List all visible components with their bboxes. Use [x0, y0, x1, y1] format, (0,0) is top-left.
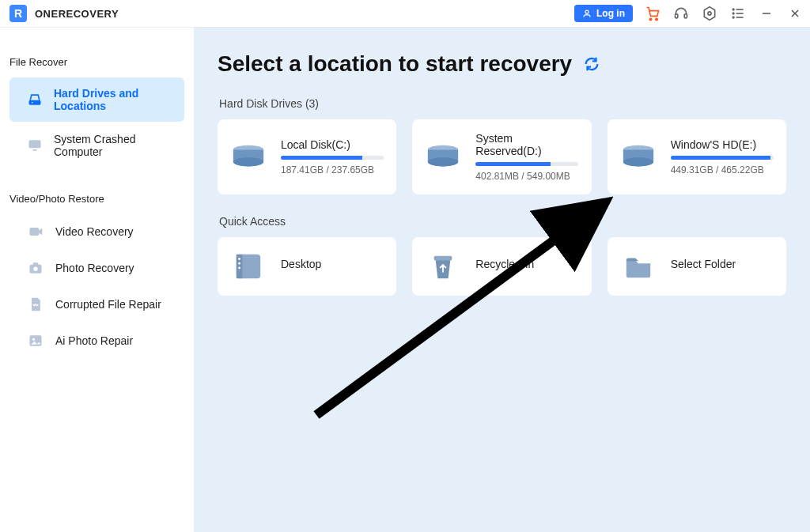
sidebar-item-label: Hard Drives and Locations [54, 87, 175, 112]
drive-usage: 187.41GB / 237.65GB [281, 164, 385, 175]
file-broken-icon [27, 296, 44, 312]
svg-rect-36 [434, 256, 452, 261]
page-title: Select a location to start recovery [218, 51, 572, 77]
login-button[interactable]: Log in [574, 5, 633, 22]
drive-progress [671, 156, 774, 160]
sidebar-section-media: Video/Photo Restore [0, 187, 194, 213]
svg-rect-17 [29, 140, 41, 148]
quick-name: Select Folder [671, 258, 775, 270]
refresh-button[interactable] [583, 55, 600, 73]
title-actions: Log in [574, 5, 804, 22]
sidebar-item-aiphoto[interactable]: Ai Photo Repair [9, 323, 184, 358]
sidebar-item-photo[interactable]: Photo Recovery [9, 251, 184, 285]
brand: R ONERECOVERY [9, 5, 119, 22]
drive-progress [281, 156, 384, 160]
svg-point-2 [656, 18, 658, 21]
quick-name: Recycle Bin [475, 258, 580, 270]
svg-point-1 [649, 18, 652, 21]
quick-name: Desktop [281, 258, 385, 270]
drive-name: Window'S HD(E:) [671, 138, 775, 151]
sidebar-item-label: Video Recovery [55, 225, 134, 238]
drive-cards-row: Local Disk(C:) 187.41GB / 237.65GB Syste… [218, 119, 786, 194]
folder-icon [619, 250, 658, 283]
svg-point-35 [238, 266, 240, 269]
sidebar: File Recover Hard Drives and Locations S… [0, 27, 194, 532]
sidebar-item-label: Corrupted File Repair [55, 298, 161, 311]
drive-progress [475, 162, 578, 166]
page-title-row: Select a location to start recovery [218, 51, 786, 77]
svg-point-34 [238, 262, 240, 265]
drive-card-e[interactable]: Window'S HD(E:) 449.31GB / 465.22GB [608, 119, 786, 194]
drive-name: Local Disk(C:) [281, 138, 385, 151]
svg-rect-15 [29, 100, 41, 105]
quick-folder-card[interactable]: Select Folder [608, 237, 786, 296]
sidebar-item-crashed[interactable]: System Crashed Computer [9, 123, 184, 168]
main-pane: Select a location to start recovery Hard… [194, 27, 810, 532]
drive-fill-d [475, 162, 551, 166]
section-quick-label: Quick Access [219, 215, 785, 228]
section-drives-label: Hard Disk Drives (3) [219, 97, 785, 110]
sidebar-item-video[interactable]: Video Recovery [9, 214, 184, 249]
sidebar-item-hard-drives[interactable]: Hard Drives and Locations [9, 77, 184, 122]
svg-rect-19 [30, 228, 40, 236]
menu-list-icon[interactable] [729, 5, 747, 22]
card-body: Window'S HD(E:) 449.31GB / 465.22GB [671, 138, 775, 175]
card-body: Local Disk(C:) 187.41GB / 237.65GB [281, 138, 385, 175]
drive-fill-e [671, 156, 770, 160]
hard-drive-icon [229, 141, 268, 174]
drive-usage: 402.81MB / 549.00MB [475, 171, 580, 182]
brand-name: ONERECOVERY [35, 8, 119, 20]
svg-point-21 [33, 267, 37, 271]
drive-card-d[interactable]: System Reserved(D:) 402.81MB / 549.00MB [412, 119, 591, 194]
drive-fill-c [281, 156, 362, 160]
drive-usage: 449.31GB / 465.22GB [671, 164, 775, 175]
svg-rect-4 [684, 14, 687, 18]
svg-point-5 [708, 12, 711, 15]
svg-rect-3 [676, 14, 678, 18]
title-bar: R ONERECOVERY Log in [0, 0, 810, 27]
drive-name: System Reserved(D:) [475, 132, 580, 157]
window-close-button[interactable] [786, 5, 804, 22]
brand-logo-icon: R [9, 5, 27, 22]
camera-icon [27, 260, 44, 276]
svg-point-8 [732, 13, 734, 14]
cart-icon[interactable] [644, 5, 661, 22]
svg-point-33 [238, 258, 240, 260]
drive-icon [27, 92, 43, 108]
desktop-icon [229, 250, 268, 283]
svg-point-6 [732, 9, 734, 10]
svg-rect-18 [33, 149, 37, 151]
login-label: Log in [596, 8, 625, 19]
sidebar-item-label: Ai Photo Repair [55, 334, 133, 347]
quick-desktop-card[interactable]: Desktop [218, 237, 396, 296]
hex-settings-icon[interactable] [701, 5, 718, 22]
card-body: System Reserved(D:) 402.81MB / 549.00MB [475, 132, 580, 182]
svg-point-30 [623, 157, 653, 167]
video-icon [27, 224, 44, 240]
computer-icon [27, 138, 43, 153]
svg-point-26 [233, 157, 263, 167]
quick-access-row: Desktop Recycle Bin Select Folder [218, 237, 786, 296]
sidebar-item-label: Photo Recovery [55, 262, 134, 274]
recycle-bin-icon [423, 250, 463, 283]
svg-point-0 [585, 10, 589, 13]
drive-card-c[interactable]: Local Disk(C:) 187.41GB / 237.65GB [218, 119, 396, 194]
sidebar-item-corrupt[interactable]: Corrupted File Repair [9, 287, 184, 322]
svg-point-28 [428, 157, 458, 167]
hard-drive-icon [619, 141, 658, 174]
window-minimize-button[interactable] [758, 5, 775, 22]
hard-drive-icon [423, 141, 463, 174]
svg-point-16 [32, 102, 33, 104]
svg-rect-22 [33, 262, 39, 265]
sidebar-section-file: File Recover [0, 50, 194, 76]
headset-icon[interactable] [672, 5, 690, 22]
sidebar-item-label: System Crashed Computer [54, 133, 175, 158]
svg-point-10 [732, 17, 734, 18]
svg-point-24 [32, 338, 35, 341]
brand-logo-text: R [14, 7, 22, 20]
ai-photo-icon [27, 333, 44, 349]
quick-recycle-card[interactable]: Recycle Bin [412, 237, 591, 296]
